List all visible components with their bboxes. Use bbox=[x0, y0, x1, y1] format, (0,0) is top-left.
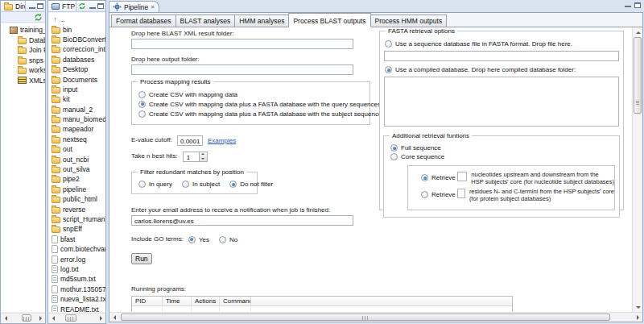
scroll-left-icon[interactable] bbox=[2, 315, 9, 322]
ftp-item[interactable]: nueva_lista2.txt bbox=[48, 294, 105, 304]
ftp-item[interactable]: manual_2 bbox=[48, 105, 105, 114]
scroll-thumb[interactable] bbox=[65, 314, 76, 322]
tab-ftp[interactable]: FTP bbox=[48, 1, 76, 12]
scroll-right-icon[interactable] bbox=[634, 314, 642, 321]
ftp-item[interactable]: README.txt bbox=[48, 304, 105, 312]
ftp-item[interactable]: nextseq bbox=[48, 135, 105, 144]
minimize-icon[interactable] bbox=[29, 4, 35, 9]
scroll-left-icon[interactable] bbox=[49, 315, 56, 322]
ftp-item[interactable]: correccion_inter bbox=[48, 44, 105, 54]
best-hits-input[interactable]: 1 bbox=[183, 152, 200, 162]
tab-process-blast-outputs[interactable]: Process BLAST outputs bbox=[288, 13, 370, 27]
radio-compiled-database[interactable]: Use a compiled database. Drop here compi… bbox=[385, 66, 623, 73]
tree-item[interactable]: Join Fi bbox=[1, 45, 45, 56]
ftp-item[interactable]: databases bbox=[48, 55, 105, 64]
scroll-left-icon[interactable] bbox=[110, 314, 118, 321]
scroll-right-icon[interactable] bbox=[97, 315, 105, 322]
ftp-item[interactable]: error.log bbox=[48, 254, 105, 264]
ftp-item[interactable]: pipe2 bbox=[48, 174, 105, 184]
pipeline-vscrollbar[interactable] bbox=[632, 27, 642, 312]
ftp-item[interactable]: public_html bbox=[48, 194, 105, 204]
scroll-thumb[interactable] bbox=[634, 37, 642, 114]
output-folder-input[interactable] bbox=[131, 64, 353, 75]
radio-sequence-database[interactable]: Use a sequence database file in FASTA fo… bbox=[385, 40, 623, 48]
radio-create-csv-with-mapping-data-plus-a-fasta-database-with-the-query-sequences[interactable]: Create CSV with mapping data plus a FAST… bbox=[138, 99, 369, 109]
minimize-icon[interactable] bbox=[625, 2, 631, 7]
ftp-item[interactable]: out_ncbi bbox=[48, 154, 105, 164]
radio-create-csv-with-mapping-data[interactable]: Create CSV with mapping data bbox=[138, 89, 369, 99]
ftp-item[interactable]: kit bbox=[48, 94, 105, 104]
xml-folder-input[interactable] bbox=[131, 39, 353, 49]
radio-do-not-filter[interactable]: Do not filter bbox=[229, 181, 273, 188]
tab-format-databases[interactable]: Format databases bbox=[111, 15, 176, 27]
radio-retrieve-2[interactable]: Retrieve bbox=[421, 190, 453, 199]
ftp-item[interactable]: mapeador bbox=[48, 124, 105, 134]
ftp-item[interactable]: md5sum.txt bbox=[48, 274, 105, 284]
scroll-thumb[interactable] bbox=[22, 314, 32, 322]
tab-directory[interactable]: Direc... bbox=[1, 1, 26, 12]
refresh-icon[interactable] bbox=[34, 13, 43, 22]
radio-core-sequence[interactable]: Core sequence bbox=[390, 152, 619, 161]
radio-in-query[interactable]: In query bbox=[138, 181, 172, 188]
radio-no[interactable]: No bbox=[219, 236, 237, 243]
ftp-item[interactable]: snpEff bbox=[48, 224, 105, 234]
refresh-icon[interactable] bbox=[78, 2, 86, 10]
scroll-thumb[interactable] bbox=[121, 314, 610, 321]
tab-hmm-analyses[interactable]: HMM analyses bbox=[234, 15, 289, 27]
column-header-command[interactable]: Command bbox=[220, 297, 251, 305]
tree-item[interactable]: worksh bbox=[1, 65, 45, 76]
pipeline-hscrollbar[interactable] bbox=[109, 312, 642, 322]
ftp-item[interactable]: bin bbox=[48, 24, 105, 34]
radio-create-csv-with-mapping-data-plus-a-fasta-database-with-the-subject-sequences[interactable]: Create CSV with mapping data plus a FAST… bbox=[138, 109, 369, 118]
maximize-icon[interactable] bbox=[37, 3, 43, 9]
tree-item[interactable]: XMLs. bbox=[1, 76, 45, 86]
evalue-input[interactable]: 0.0001 bbox=[177, 135, 203, 146]
tree-item[interactable]: Databa bbox=[1, 35, 45, 46]
best-hits-stepper[interactable]: 1 bbox=[183, 152, 208, 162]
radio-in-subject[interactable]: In subject bbox=[182, 181, 220, 188]
ftp-item[interactable]: log.txt bbox=[48, 264, 105, 274]
tree-item[interactable]: training_s bbox=[1, 25, 45, 35]
tab-process-hmm-outputs[interactable]: Process HMM outputs bbox=[370, 15, 448, 27]
ftp-item[interactable]: Documents bbox=[48, 74, 105, 84]
ftp-item[interactable]: manu_biomed bbox=[48, 114, 105, 124]
maximize-icon[interactable] bbox=[97, 3, 104, 9]
ftp-item[interactable]: out_silva bbox=[48, 164, 105, 174]
ftp-item[interactable]: com.biotechvan bbox=[48, 244, 105, 254]
retrieve-count-input[interactable] bbox=[457, 189, 465, 198]
scroll-down-icon[interactable] bbox=[634, 304, 642, 311]
ftp-hscrollbar[interactable] bbox=[48, 313, 105, 323]
radio-retrieve-1[interactable]: Retrieve bbox=[421, 173, 453, 182]
column-header-pid[interactable]: PID bbox=[132, 297, 163, 305]
ftp-item[interactable]: out bbox=[48, 144, 105, 154]
column-header-time[interactable]: Time bbox=[163, 297, 192, 305]
minimize-icon[interactable] bbox=[89, 4, 96, 9]
column-header-actions[interactable]: Actions bbox=[192, 297, 220, 305]
run-button[interactable]: Run bbox=[131, 253, 152, 264]
compiled-database-dropzone[interactable] bbox=[384, 77, 619, 127]
directory-hscrollbar[interactable] bbox=[1, 313, 45, 323]
ftp-item[interactable]: BioDBConverter bbox=[48, 35, 105, 44]
ftp-item[interactable]: input bbox=[48, 85, 105, 94]
sequence-database-input[interactable] bbox=[384, 51, 619, 61]
tab-blast-analyses[interactable]: BLAST analyses bbox=[175, 15, 236, 27]
maximize-icon[interactable] bbox=[634, 2, 641, 8]
email-input[interactable]: carlos.llorens@uv.es bbox=[131, 215, 353, 226]
retrieve-count-input[interactable] bbox=[457, 172, 467, 181]
tree-item[interactable]: snps bbox=[1, 56, 45, 66]
examples-link[interactable]: Examples bbox=[208, 137, 236, 144]
radio-full-sequence[interactable]: Full sequence bbox=[390, 143, 619, 152]
scroll-up-icon[interactable] bbox=[634, 28, 642, 35]
radio-yes[interactable]: Yes bbox=[188, 236, 209, 243]
ftp-item[interactable]: mothur.1350573 bbox=[48, 285, 105, 294]
ftp-item[interactable]: bfast bbox=[48, 235, 105, 244]
tab-pipeline[interactable]: Pipeline × bbox=[109, 1, 159, 12]
ftp-up-item[interactable]: .. bbox=[48, 15, 105, 24]
ftp-item[interactable]: pipeline bbox=[48, 185, 105, 194]
ftp-item[interactable]: script_Human bbox=[48, 214, 105, 224]
spin-down-icon[interactable] bbox=[200, 156, 207, 161]
ftp-item[interactable]: reverse bbox=[48, 204, 105, 214]
ftp-item[interactable]: Desktop bbox=[48, 64, 105, 74]
close-icon[interactable]: × bbox=[151, 4, 155, 10]
scroll-right-icon[interactable] bbox=[37, 315, 44, 322]
